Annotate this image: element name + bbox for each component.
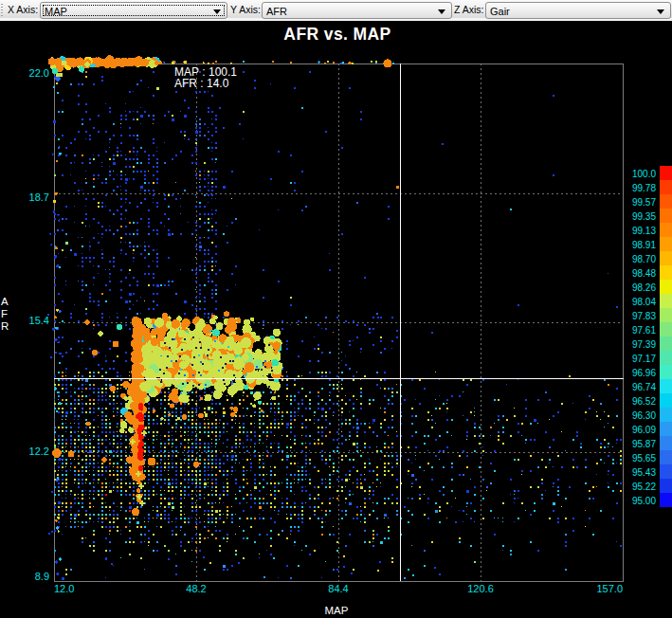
svg-text:12.2: 12.2 xyxy=(29,445,49,457)
svg-text:AFR vs. MAP: AFR vs. MAP xyxy=(283,25,390,44)
svg-text:AFR : 14.0: AFR : 14.0 xyxy=(174,77,229,90)
svg-text:95.43: 95.43 xyxy=(632,467,656,478)
svg-text:95.22: 95.22 xyxy=(632,482,656,492)
svg-text:96.30: 96.30 xyxy=(632,410,656,421)
svg-text:96.96: 96.96 xyxy=(632,368,656,378)
svg-text:98.48: 98.48 xyxy=(632,268,656,279)
svg-text:157.0: 157.0 xyxy=(596,583,623,594)
svg-text:95.87: 95.87 xyxy=(632,439,656,449)
svg-text:A: A xyxy=(1,296,9,307)
svg-text:F: F xyxy=(1,308,8,319)
svg-text:95.65: 95.65 xyxy=(632,453,656,464)
svg-text:MAP: MAP xyxy=(325,605,349,616)
svg-text:15.4: 15.4 xyxy=(29,315,49,326)
svg-text:96.74: 96.74 xyxy=(632,382,656,392)
svg-text:97.39: 97.39 xyxy=(632,339,656,350)
svg-text:84.4: 84.4 xyxy=(328,583,348,594)
svg-text:95.00: 95.00 xyxy=(632,496,656,506)
svg-text:100.0: 100.0 xyxy=(632,169,656,179)
svg-text:99.57: 99.57 xyxy=(632,197,656,208)
svg-text:96.52: 96.52 xyxy=(632,396,656,407)
svg-text:98.26: 98.26 xyxy=(632,282,656,293)
svg-text:12.0: 12.0 xyxy=(54,583,74,594)
svg-text:98.04: 98.04 xyxy=(632,297,656,307)
svg-text:98.91: 98.91 xyxy=(632,240,656,250)
svg-text:48.2: 48.2 xyxy=(186,583,206,594)
svg-text:99.78: 99.78 xyxy=(632,183,656,193)
svg-text:99.13: 99.13 xyxy=(632,226,656,236)
svg-text:22.0: 22.0 xyxy=(29,67,49,79)
svg-text:18.7: 18.7 xyxy=(29,191,49,203)
svg-text:98.70: 98.70 xyxy=(632,254,656,264)
svg-text:97.61: 97.61 xyxy=(632,325,656,336)
svg-text:97.17: 97.17 xyxy=(632,354,656,364)
svg-text:96.09: 96.09 xyxy=(632,425,656,435)
svg-text:99.35: 99.35 xyxy=(632,211,656,222)
svg-text:R: R xyxy=(1,320,9,332)
svg-text:97.83: 97.83 xyxy=(632,311,656,321)
svg-text:120.6: 120.6 xyxy=(467,583,494,594)
svg-text:8.9: 8.9 xyxy=(35,571,49,582)
